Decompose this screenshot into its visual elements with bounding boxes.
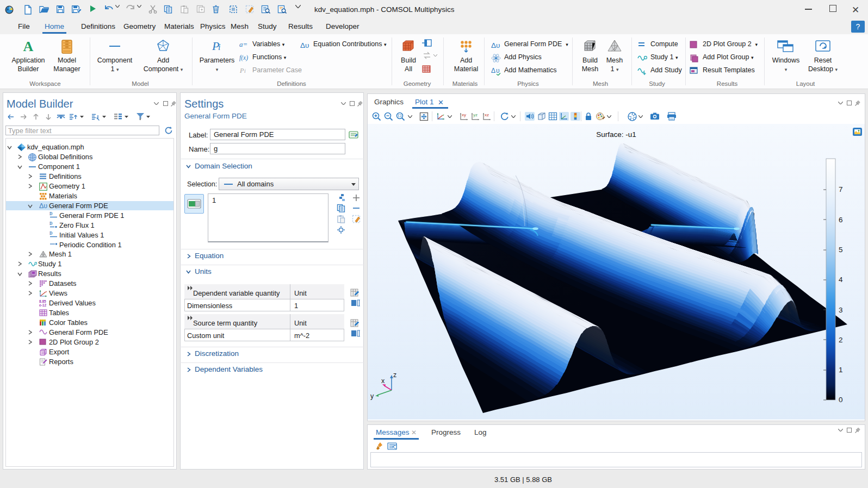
svg-text:3: 3 [839, 306, 843, 314]
svg-text:Δ: Δ [491, 67, 495, 74]
svg-text:υ: υ [496, 67, 500, 74]
svg-text:i: i [244, 68, 246, 74]
svg-text:yz: yz [473, 112, 478, 117]
svg-text:x: x [381, 377, 385, 385]
svg-text:e-12: e-12 [39, 303, 46, 307]
svg-text:D: D [49, 212, 53, 216]
svg-text:xz: xz [485, 112, 489, 117]
svg-text:0: 0 [839, 396, 843, 404]
svg-text:z: z [393, 371, 396, 379]
svg-text:i: i [218, 42, 220, 52]
svg-text:1: 1 [839, 366, 843, 374]
svg-text:f(x): f(x) [239, 54, 248, 61]
svg-text:D: D [49, 232, 53, 236]
svg-text:2: 2 [839, 336, 843, 344]
svg-text:D: D [49, 222, 53, 226]
svg-text:Δυ: Δυ [300, 41, 309, 49]
svg-text:a=: a= [239, 41, 247, 48]
svg-text:6: 6 [839, 216, 843, 224]
svg-text:P: P [239, 67, 244, 74]
svg-text:y: y [370, 392, 374, 400]
svg-text:4: 4 [839, 276, 843, 284]
svg-text:Δυ: Δυ [491, 41, 500, 49]
svg-text:xy: xy [462, 112, 466, 117]
svg-text:7: 7 [839, 185, 843, 193]
svg-text:101: 101 [41, 351, 46, 354]
svg-text:A: A [23, 39, 34, 54]
svg-text:Surface: -u1: Surface: -u1 [596, 130, 636, 139]
svg-text:Δυ: Δυ [39, 202, 47, 209]
svg-text:5: 5 [839, 246, 843, 254]
